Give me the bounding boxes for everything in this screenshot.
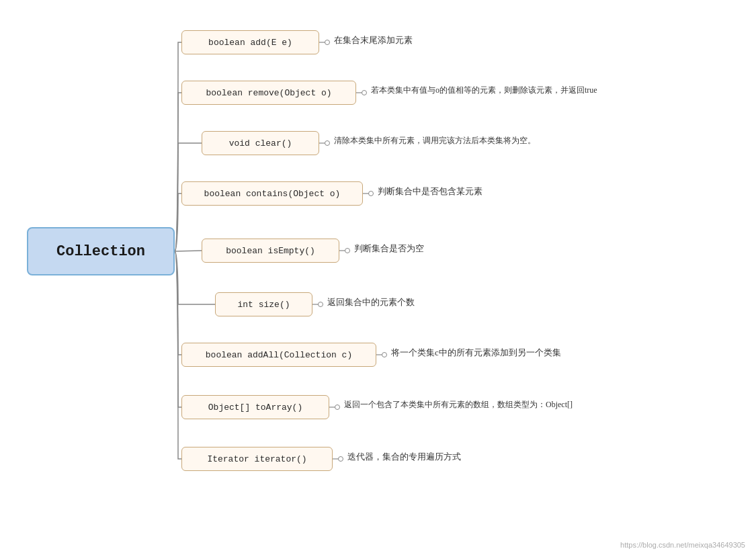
dot-add [325,40,330,45]
method-size: int size() [215,292,312,316]
desc-clear: 清除本类集中所有元素，调用完该方法后本类集将为空。 [334,135,536,146]
desc-iterator: 迭代器，集合的专用遍历方式 [347,451,461,463]
desc-remove: 若本类集中有值与o的值相等的元素，则删除该元素，并返回true [371,85,597,96]
dot-iterator [338,456,343,462]
desc-addall: 将一个类集c中的所有元素添加到另一个类集 [391,347,561,359]
center-node: Collection [27,227,175,275]
dot-contains [368,191,374,196]
desc-contains: 判断集合中是否包含某元素 [378,185,482,198]
center-label: Collection [56,243,145,260]
dot-remove [362,90,367,95]
desc-toarray: 返回一个包含了本类集中所有元素的数组，数组类型为：Object[] [344,399,573,411]
desc-add: 在集合末尾添加元素 [334,34,413,46]
method-isempty: boolean isEmpty() [202,239,339,263]
method-remove: boolean remove(Object o) [181,81,356,105]
canvas: Collection boolean add(E e) 在集合末尾添加元素 bo… [0,0,756,557]
connections-svg [0,0,756,557]
dot-addall [382,352,387,357]
method-contains: boolean contains(Object o) [181,181,363,206]
dot-isempty [345,248,350,253]
method-addall: boolean addAll(Collection c) [181,343,376,367]
desc-isempty: 判断集合是否为空 [354,243,424,255]
method-clear: void clear() [202,131,319,155]
dot-clear [325,140,330,146]
desc-size: 返回集合中的元素个数 [327,296,415,308]
dot-size [318,302,323,307]
method-add: boolean add(E e) [181,30,319,54]
method-iterator: Iterator iterator() [181,447,333,471]
dot-toarray [335,404,340,410]
watermark: https://blog.csdn.net/meixqa34649305 [620,541,745,549]
method-toarray: Object[] toArray() [181,395,329,419]
